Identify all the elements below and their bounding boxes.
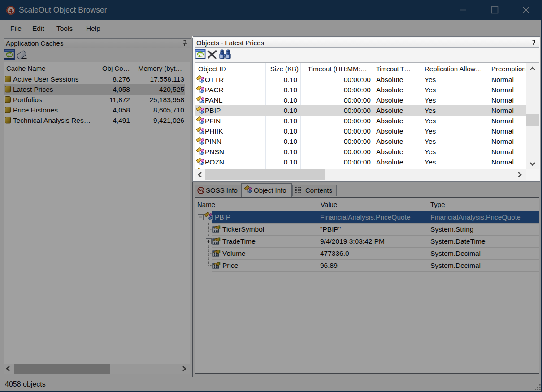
svg-text:4: 4: [9, 8, 13, 14]
